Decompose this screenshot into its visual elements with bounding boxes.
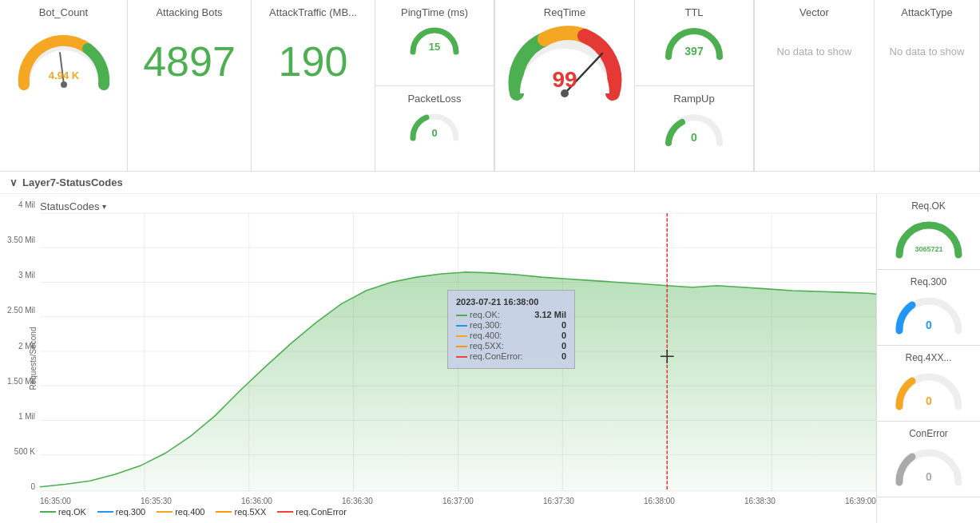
attack-type-title: AttackType — [881, 6, 973, 18]
stat-conerror: ConError 0 — [877, 422, 980, 497]
bot-count-title: Bot_Count — [6, 6, 121, 18]
ramp-up-gauge: 0 — [662, 108, 726, 152]
svg-text:3065721: 3065721 — [915, 245, 942, 253]
stat-req-ok-gauge: 3065721 — [893, 215, 965, 263]
chart-area: StatusCodes ▾ 4 Mil 3.50 Mil 3 Mil 2.50 … — [0, 194, 876, 523]
ping-time-card: PingTime (ms) 15 — [375, 0, 494, 85]
svg-text:397: 397 — [684, 45, 704, 57]
ttl-card: TTL 397 — [635, 0, 754, 85]
attack-type-card: AttackType No data to show — [875, 0, 980, 171]
attacking-bots-title: Attacking Bots — [134, 6, 244, 18]
svg-text:0: 0 — [431, 127, 437, 139]
svg-point-1 — [61, 81, 67, 88]
attack-traffic-title: AttackTraffic (MB... — [258, 6, 368, 18]
stat-conerror-gauge: 0 — [893, 442, 965, 490]
stat-req-4xx-title: Req.4XX... — [905, 352, 951, 363]
svg-text:0: 0 — [926, 470, 932, 483]
ramp-up-card: RampUp 0 — [635, 86, 754, 172]
collapse-arrow[interactable]: ∨ — [10, 176, 18, 188]
stat-req-ok-title: Req.OK — [911, 200, 946, 212]
status-dropdown[interactable]: StatusCodes ▾ — [40, 200, 870, 212]
req-time-card: ReqTime 99 — [495, 0, 635, 171]
vector-title: Vector — [761, 6, 867, 18]
stat-req-300: Req.300 0 — [877, 270, 980, 346]
legend-300: req.300 — [97, 507, 145, 517]
layer7-title: Layer7-StatusCodes — [22, 176, 123, 188]
bot-count-gauge: 4.94 K — [12, 25, 116, 99]
svg-text:0: 0 — [926, 394, 932, 407]
stat-conerror-title: ConError — [909, 428, 948, 439]
dropdown-arrow: ▾ — [102, 202, 106, 211]
stat-req-300-gauge: 0 — [893, 291, 965, 339]
legend-row: req.OK req.300 req.400 req.5XX — [40, 507, 347, 517]
x-axis-labels: 16:35:00 16:35:30 16:36:00 16:36:30 16:3… — [40, 497, 876, 505]
vector-card: Vector No data to show — [755, 0, 875, 171]
legend-conerror: req.ConError — [277, 507, 347, 517]
ping-time-gauge: 15 — [407, 22, 462, 60]
legend-5xx: req.5XX — [216, 507, 266, 517]
status-dropdown-label: StatusCodes — [40, 200, 99, 212]
attacking-bots-card: Attacking Bots 4897 — [128, 0, 252, 171]
stat-req-ok: Req.OK 3065721 — [877, 194, 980, 270]
layer7-body: StatusCodes ▾ 4 Mil 3.50 Mil 3 Mil 2.50 … — [0, 194, 980, 523]
ramp-up-title: RampUp — [641, 93, 747, 105]
bot-count-value: 4.94 K — [48, 69, 79, 81]
svg-text:0: 0 — [691, 131, 697, 144]
req-ok-area — [40, 272, 876, 491]
chart-svg — [40, 213, 876, 491]
vector-no-data: No data to show — [777, 46, 852, 57]
layer7-section: ∨ Layer7-StatusCodes StatusCodes ▾ 4 Mil… — [0, 172, 980, 523]
req-time-title: ReqTime — [502, 6, 628, 18]
ping-time-title: PingTime (ms) — [382, 6, 487, 18]
legend-400: req.400 — [157, 507, 204, 517]
attack-traffic-value: 190 — [279, 38, 348, 85]
y-axis-title: Requests/Second — [29, 327, 38, 390]
stat-req-4xx-gauge: 0 — [893, 366, 965, 414]
legend-ok: req.OK — [40, 507, 86, 517]
packet-loss-gauge: 0 — [407, 108, 462, 146]
ttl-title: TTL — [641, 6, 747, 18]
packet-loss-title: PacketLoss — [382, 93, 487, 105]
ttl-gauge: 397 — [662, 22, 726, 65]
right-stats: Req.OK 3065721 Req.300 0 — [876, 194, 980, 523]
svg-text:99: 99 — [552, 67, 577, 92]
req-time-gauge: 99 — [505, 22, 625, 117]
stat-req-4xx: Req.4XX... 0 — [877, 346, 980, 422]
bot-count-card: Bot_Count 4.94 K — [0, 0, 128, 171]
svg-text:15: 15 — [429, 41, 440, 53]
layer7-header: ∨ Layer7-StatusCodes — [0, 172, 980, 194]
packet-loss-card: PacketLoss 0 — [375, 86, 494, 172]
attack-traffic-card: AttackTraffic (MB... 190 — [252, 0, 375, 171]
attack-type-no-data: No data to show — [890, 46, 965, 57]
svg-text:0: 0 — [926, 319, 932, 331]
attacking-bots-value: 4897 — [143, 38, 236, 85]
stat-req-300-title: Req.300 — [911, 276, 946, 287]
